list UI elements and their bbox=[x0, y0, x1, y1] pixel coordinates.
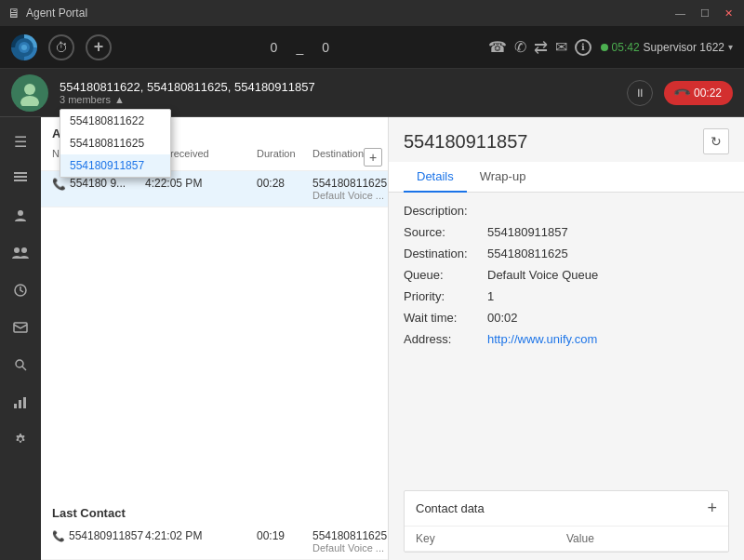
detail-content: Description: Source: 554180911857 Destin… bbox=[389, 193, 744, 483]
app-title: Agent Portal bbox=[26, 7, 87, 20]
pause-button[interactable]: ⏸ bbox=[627, 80, 653, 106]
waittime-value: 00:02 bbox=[487, 311, 729, 325]
detail-panel: 554180911857 ↻ Details Wrap-up Descripti… bbox=[389, 117, 744, 560]
clock-button[interactable]: ⏱ bbox=[48, 34, 74, 60]
svg-point-8 bbox=[18, 210, 23, 216]
svg-point-13 bbox=[16, 360, 23, 367]
lc-duration: 00:19 bbox=[257, 529, 312, 542]
maximize-btn[interactable]: ☐ bbox=[697, 7, 713, 20]
email-icon[interactable]: ✉ bbox=[555, 38, 567, 56]
window-controls[interactable]: — ☐ ✕ bbox=[671, 7, 737, 20]
address-label: Address: bbox=[404, 332, 487, 346]
field-priority: Priority: 1 bbox=[404, 289, 729, 303]
add-contact-button[interactable]: + bbox=[364, 148, 382, 167]
end-call-button[interactable]: 📞 00:22 bbox=[664, 81, 733, 105]
svg-line-14 bbox=[22, 367, 26, 370]
nav-messages[interactable] bbox=[4, 311, 37, 344]
transfer-icon[interactable]: ⇄ bbox=[534, 37, 548, 58]
address-value[interactable]: http://www.unify.com bbox=[487, 332, 729, 346]
tab-details[interactable]: Details bbox=[404, 162, 467, 193]
last-contact-section: Last Contact 📞 554180911857 4:21:02 PM 0… bbox=[41, 497, 388, 560]
value-col: Value bbox=[566, 532, 717, 545]
last-contact-title: Last Contact bbox=[52, 506, 126, 520]
field-source: Source: 554180911857 bbox=[404, 225, 729, 239]
col-duration: Duration bbox=[257, 148, 312, 167]
nav-settings[interactable] bbox=[4, 422, 37, 456]
svg-rect-15 bbox=[14, 404, 17, 408]
priority-label: Priority: bbox=[404, 289, 487, 303]
close-btn[interactable]: ✕ bbox=[721, 7, 737, 20]
refresh-button[interactable]: ↻ bbox=[703, 128, 729, 154]
call-info: 554180811622, 554180811625, 554180911857… bbox=[60, 80, 616, 105]
add-button[interactable]: + bbox=[86, 34, 112, 60]
svg-rect-17 bbox=[23, 397, 26, 408]
detail-header: 554180911857 ↻ bbox=[389, 117, 744, 162]
col-destination: Destination bbox=[312, 148, 364, 167]
description-label: Description: bbox=[404, 204, 487, 218]
contact-data-add-btn[interactable]: + bbox=[707, 499, 717, 518]
nav-contacts[interactable] bbox=[4, 162, 37, 195]
member-item-3[interactable]: 554180911857 bbox=[60, 154, 170, 177]
contacts-panel: Active Name Time received Duration Desti… bbox=[41, 117, 389, 560]
phone-icon: 📞 bbox=[52, 178, 66, 191]
queue-label: Queue: bbox=[404, 268, 487, 282]
queue-value: Default Voice Queue bbox=[487, 268, 729, 282]
call-members[interactable]: 3 members ▲ 554180811622 554180811625 55… bbox=[60, 94, 616, 105]
svg-rect-7 bbox=[14, 180, 27, 181]
field-address: Address: http://www.unify.com bbox=[404, 332, 729, 346]
member-item-2[interactable]: 554180811625 bbox=[60, 132, 170, 154]
status-circle-icon[interactable]: ℹ bbox=[575, 39, 591, 56]
tab-wrapup[interactable]: Wrap-up bbox=[467, 162, 539, 193]
last-contact-row[interactable]: 📞 554180911857 4:21:02 PM 00:19 55418081… bbox=[41, 524, 388, 560]
nav-search[interactable] bbox=[4, 348, 37, 381]
members-label: 3 members bbox=[60, 94, 111, 105]
svg-point-4 bbox=[20, 96, 39, 106]
counter-left: 0 bbox=[271, 40, 278, 55]
contact-data-columns: Key Value bbox=[405, 527, 728, 552]
last-contact-header: Last Contact bbox=[41, 497, 388, 524]
nav-history[interactable] bbox=[4, 273, 37, 307]
phone-end-icon: 📞 bbox=[672, 83, 692, 102]
svg-rect-12 bbox=[14, 323, 27, 332]
nav-menu[interactable]: ☰ bbox=[4, 125, 37, 158]
nav-person[interactable] bbox=[4, 199, 37, 233]
avatar bbox=[11, 74, 48, 112]
minimize-btn[interactable]: — bbox=[671, 7, 689, 20]
source-label: Source: bbox=[404, 225, 487, 239]
pause-icon: ⏸ bbox=[634, 87, 645, 100]
time-received: 4:22:05 PM bbox=[145, 177, 257, 190]
contact-data-header: Contact data + bbox=[405, 491, 728, 527]
chevron-down-icon[interactable]: ▾ bbox=[728, 42, 733, 52]
source-value: 554180911857 bbox=[487, 225, 729, 239]
duration: 00:28 bbox=[257, 177, 312, 190]
counter-display: 0 _ 0 bbox=[271, 40, 329, 55]
title-bar: 🖥 Agent Portal — ☐ ✕ bbox=[0, 0, 744, 26]
app-icon: 🖥 bbox=[7, 6, 20, 20]
phone-icon[interactable]: ☎ bbox=[488, 38, 507, 56]
member-item-1[interactable]: 554180811622 bbox=[60, 110, 170, 132]
destination-label: Destination: bbox=[404, 247, 487, 260]
toolbar: ⏱ + 0 _ 0 ☎ ✆ ⇄ ✉ ℹ 05:42 Supervisor 162… bbox=[0, 26, 744, 69]
toolbar-right: ☎ ✆ ⇄ ✉ ℹ 05:42 Supervisor 1622 ▾ bbox=[488, 37, 733, 58]
key-col: Key bbox=[416, 532, 566, 545]
description-value bbox=[487, 204, 729, 218]
svg-point-10 bbox=[21, 247, 27, 253]
lc-name: 📞 554180911857 bbox=[52, 529, 145, 542]
detail-number: 554180911857 bbox=[404, 131, 527, 153]
contact-name: 📞 554180 9... bbox=[52, 177, 145, 191]
lc-time: 4:21:02 PM bbox=[145, 529, 257, 542]
field-waittime: Wait time: 00:02 bbox=[404, 311, 729, 325]
status-badge: 05:42 Supervisor 1622 ▾ bbox=[601, 41, 733, 54]
add-icon: + bbox=[94, 37, 104, 57]
nav-chart[interactable] bbox=[4, 385, 37, 419]
logo bbox=[11, 34, 37, 60]
clock-icon: ⏱ bbox=[55, 40, 68, 55]
field-destination: Destination: 554180811625 bbox=[404, 247, 729, 260]
spacer bbox=[41, 207, 388, 489]
agent-name: Supervisor 1622 bbox=[644, 41, 724, 54]
status-dot bbox=[601, 44, 608, 51]
call-icon[interactable]: ✆ bbox=[514, 38, 526, 56]
svg-point-3 bbox=[24, 84, 35, 95]
call-timer: 00:22 bbox=[694, 87, 722, 100]
nav-team[interactable] bbox=[4, 236, 37, 270]
